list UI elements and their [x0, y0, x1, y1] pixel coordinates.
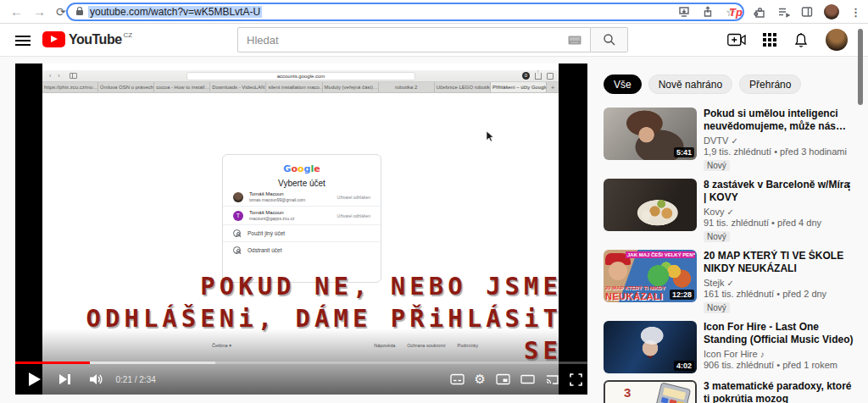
video-thumbnail[interactable]: [604, 179, 697, 231]
miniplayer-icon[interactable]: [496, 373, 510, 385]
next-button[interactable]: [59, 374, 70, 384]
video-meta: 91 tis. zhlédnutí • před 4 dny: [704, 218, 854, 228]
install-icon[interactable]: [678, 6, 690, 18]
video-thumbnail[interactable]: JAK MAJ ČEŠI VELKÝ PEN** 20 MAP KTERÝ TI…: [604, 250, 697, 302]
video-title[interactable]: 8 zastávek v Barceloně w/Míra | KOVY: [704, 179, 854, 204]
play-button[interactable]: [29, 373, 41, 386]
youtube-play-icon: [42, 31, 65, 47]
page-scrollbar[interactable]: [858, 29, 863, 105]
safari-tab: Moduly (veřejná část)…: [323, 82, 379, 92]
cast-icon[interactable]: [545, 373, 559, 385]
account-avatar-initial: T: [233, 211, 243, 221]
duration-badge: 4:02: [674, 361, 694, 371]
safari-tabs-icon: [547, 73, 554, 80]
extensions-puzzle-icon[interactable]: [754, 6, 766, 19]
chip-all[interactable]: Vše: [604, 75, 642, 94]
verified-icon: ✓: [727, 279, 734, 288]
account-row: T Tomáš Macoun macount@gapps.zcu.cz Uživ…: [223, 207, 381, 225]
back-icon[interactable]: ←: [10, 4, 23, 19]
related-video-item[interactable]: 8 zastávek v Barceloně w/Míra | KOVY Kov…: [604, 179, 854, 243]
safari-tab-active: Přihlášení – účty Google: [491, 82, 547, 92]
reload-icon[interactable]: ⟳: [56, 5, 66, 19]
thumbnail-calculator: [652, 382, 692, 403]
safari-toolbar: ‹ › accounts.google.com 0: [42, 70, 559, 82]
browser-profile-avatar[interactable]: [824, 4, 839, 19]
duration-badge: 5:41: [674, 147, 694, 157]
search-input[interactable]: [247, 34, 568, 47]
channel-name[interactable]: Kovy ✓: [704, 207, 854, 217]
related-video-item[interactable]: JAK MAJ ČEŠI VELKÝ PEN** 20 MAP KTERÝ TI…: [604, 250, 854, 314]
video-title[interactable]: 3 matematické paradoxy, ktoré ti pokrúti…: [704, 380, 854, 403]
player-controls: 0:21 / 2:34 ⚙: [15, 364, 587, 395]
video-title[interactable]: 20 MAP KTERÝ TI VE ŠKOLE NIKDY NEUKÁZALI: [704, 250, 854, 275]
person-remove-icon: [233, 246, 241, 254]
channel-name[interactable]: Icon For Hire ♪: [704, 349, 854, 359]
channel-name[interactable]: Stejk ✓: [704, 278, 854, 288]
browser-chrome: ← → ⟳ youtube.com/watch?v=wK5MBLvtA-U ☆ …: [0, 0, 868, 24]
account-avatar[interactable]: [826, 29, 848, 51]
chip-recently-uploaded[interactable]: Nově nahráno: [648, 75, 732, 94]
fullscreen-icon[interactable]: [570, 373, 582, 386]
artist-icon: ♪: [760, 350, 765, 359]
youtube-header: YouTube CZ: [0, 24, 868, 57]
address-bar[interactable]: youtube.com/watch?v=wK5MBLvtA-U ☆: [66, 3, 744, 21]
related-video-item[interactable]: 5:41 Pokud si umělou inteligenci neuvědo…: [604, 108, 854, 172]
theater-mode-icon[interactable]: [520, 373, 535, 385]
chip-watched[interactable]: Přehráno: [739, 75, 801, 94]
reading-list-icon[interactable]: [777, 6, 790, 19]
use-other-account-row: Použít jiný účet: [223, 225, 381, 241]
url-text[interactable]: youtube.com/watch?v=wK5MBLvtA-U: [88, 6, 262, 18]
video-meta: 1,9 tis. zhlédnutí • před 3 hodinami: [704, 146, 854, 157]
safari-tab: Učebnice LEGO robotiky: [435, 82, 491, 92]
new-badge: Nový: [704, 160, 730, 171]
safari-extension-badge: 0: [522, 72, 530, 80]
new-badge: Nový: [704, 231, 730, 242]
keyboard-icon[interactable]: [568, 36, 581, 45]
hamburger-menu-icon[interactable]: [15, 36, 31, 46]
related-video-item[interactable]: 4:02 Icon For Hire - Last One Standing (…: [604, 321, 854, 373]
subtitles-icon[interactable]: [450, 373, 465, 385]
duration-badge: 12:28: [670, 290, 694, 300]
related-videos-sidebar: Vše Nově nahráno Přehráno 5:41 Pokud si …: [604, 75, 854, 403]
account-avatar-photo: [233, 192, 243, 202]
time-display: 0:21 / 2:34: [116, 375, 156, 384]
forward-icon[interactable]: →: [33, 4, 46, 19]
search-box[interactable]: [237, 27, 591, 52]
remove-account-row: Odstranit účet: [223, 241, 381, 258]
safari-address-field: accounts.google.com: [186, 72, 415, 80]
account-status: Uživatel odhlášen: [337, 195, 370, 200]
safari-nav-arrows-icon: ‹ ›: [49, 73, 63, 79]
account-status: Uživatel odhlášen: [337, 213, 370, 218]
video-title[interactable]: Pokud si umělou inteligenci neuvědomujem…: [704, 108, 854, 133]
browser-menu-icon[interactable]: ⋮: [850, 6, 861, 19]
filter-chips: Vše Nově nahráno Přehráno: [604, 75, 854, 94]
mouse-cursor: [487, 131, 495, 142]
logo-country-code: CZ: [124, 31, 133, 39]
thumbnail-face: [609, 262, 627, 280]
safari-tab: robotika 2: [379, 82, 435, 92]
volume-button[interactable]: [89, 373, 104, 386]
create-video-icon[interactable]: [727, 33, 746, 47]
video-menu-icon[interactable]: ⋮: [844, 180, 854, 192]
share-icon[interactable]: [702, 6, 714, 18]
channel-name[interactable]: DVTV ✓: [704, 135, 854, 146]
safari-tab: Úmluva OSN o právech…: [98, 82, 154, 92]
video-thumbnail[interactable]: 5:41: [604, 108, 697, 160]
google-logo: Google: [223, 163, 381, 174]
video-thumbnail[interactable]: 3 MATEMATICKÉ PARADOXY: [604, 380, 697, 403]
video-thumbnail[interactable]: 4:02: [604, 321, 697, 373]
notifications-bell-icon[interactable]: [793, 32, 809, 48]
person-add-icon: [233, 229, 241, 237]
youtube-logo[interactable]: YouTube CZ: [42, 31, 132, 47]
safari-tab-bar: https://phix.zcu.cz/mo… Úmluva OSN o prá…: [42, 82, 559, 93]
related-video-item[interactable]: 3 MATEMATICKÉ PARADOXY 3 matematické par…: [604, 380, 854, 403]
youtube-apps-icon[interactable]: [763, 33, 776, 47]
thumbnail-europe-map: [643, 260, 695, 289]
tp-extension-icon[interactable]: Tp: [729, 6, 743, 19]
search-button[interactable]: [591, 27, 628, 52]
side-panel-icon[interactable]: [801, 6, 813, 18]
lock-icon: [76, 10, 83, 15]
video-player[interactable]: ‹ › accounts.google.com 0 https://phix.z…: [15, 63, 587, 395]
video-title[interactable]: Icon For Hire - Last One Standing (Offic…: [704, 321, 854, 346]
settings-icon[interactable]: ⚙: [475, 373, 486, 386]
